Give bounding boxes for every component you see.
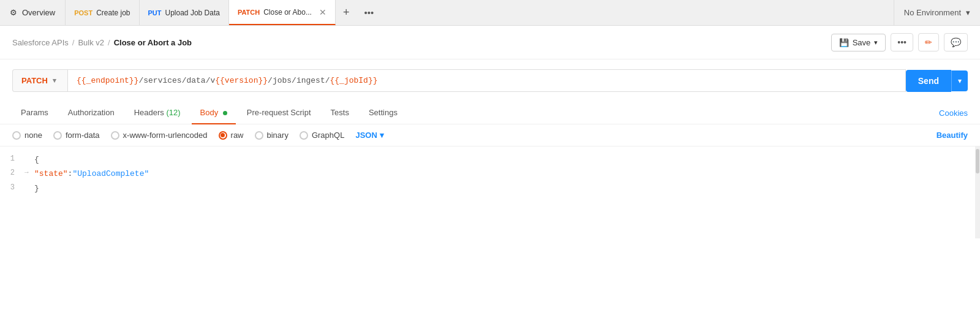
tab-pre-request[interactable]: Pre-request Script <box>238 102 320 124</box>
scrollbar-thumb <box>976 149 979 173</box>
edit-button[interactable]: ✏ <box>918 33 939 51</box>
option-raw[interactable]: raw <box>219 131 244 140</box>
tab-authorization[interactable]: Authorization <box>59 102 123 124</box>
tab-tests-label: Tests <box>331 108 349 117</box>
tab-label-create-job: Create job <box>96 9 130 17</box>
beautify-label: Beautify <box>937 131 968 140</box>
method-chevron-icon: ▾ <box>53 77 56 85</box>
title-bar: Salesforce APIs / Bulk v2 / Close or Abo… <box>0 26 980 59</box>
json-key-state: "state" <box>34 169 68 178</box>
body-options: none form-data x-www-form-urlencoded raw… <box>0 124 980 146</box>
scrollbar[interactable] <box>975 146 980 238</box>
tab-headers-label: Headers (12) <box>134 108 181 117</box>
tab-pre-request-label: Pre-request Script <box>247 108 311 117</box>
option-graphql[interactable]: GraphQL <box>300 131 344 140</box>
radio-binary <box>255 131 263 140</box>
breadcrumb: Salesforce APIs / Bulk v2 / Close or Abo… <box>12 38 831 47</box>
send-dropdown-button[interactable]: ▾ <box>951 70 968 91</box>
edit-icon: ✏ <box>925 37 932 47</box>
more-icon: ••• <box>364 7 374 18</box>
method-selector[interactable]: PATCH ▾ <box>12 69 67 92</box>
title-actions: 💾 Save ▾ ••• ✏ 💬 <box>831 33 968 51</box>
option-binary[interactable]: binary <box>255 131 288 140</box>
radio-urlencoded <box>111 131 119 140</box>
radio-raw <box>219 131 227 140</box>
tab-authorization-label: Authorization <box>68 108 115 117</box>
tab-params[interactable]: Params <box>12 102 57 124</box>
line-num-1: 1 <box>0 153 24 166</box>
tab-more-button[interactable]: ••• <box>356 0 381 25</box>
option-urlencoded[interactable]: x-www-form-urlencoded <box>111 131 208 140</box>
line-content-1: { <box>34 153 39 167</box>
body-active-dot <box>223 111 227 115</box>
tab-upload-job-data[interactable]: PUT Upload Job Data <box>140 0 229 25</box>
line-num-3: 3 <box>0 181 24 195</box>
comment-button[interactable]: 💬 <box>944 33 968 51</box>
tab-tests[interactable]: Tests <box>322 102 358 124</box>
line-content-2: "state":"UploadComplete" <box>34 167 149 181</box>
url-plain-2: /jobs/ingest/ <box>268 76 330 85</box>
tab-label-close-abort: Close or Abo... <box>263 8 312 17</box>
title-more-icon: ••• <box>897 37 907 47</box>
save-button[interactable]: 💾 Save ▾ <box>831 34 886 51</box>
tab-body[interactable]: Body <box>192 102 236 124</box>
tab-close-icon[interactable]: ✕ <box>319 7 326 17</box>
tab-method-post: POST <box>74 9 92 17</box>
title-more-button[interactable]: ••• <box>891 33 913 51</box>
option-none-label: none <box>24 131 42 140</box>
method-value: PATCH <box>21 76 48 85</box>
breadcrumb-current: Close or Abort a Job <box>114 38 192 47</box>
line-num-2: 2 <box>0 167 24 180</box>
overview-icon: ⚙ <box>10 8 17 17</box>
url-var-jobid: {{_jobId}} <box>330 76 378 85</box>
request-tabs: Params Authorization Headers (12) Body P… <box>0 102 980 124</box>
option-binary-label: binary <box>267 131 288 140</box>
option-form-data[interactable]: form-data <box>53 131 100 140</box>
save-label: Save <box>853 38 871 47</box>
code-editor-wrapper: 1 { 2 → "state":"UploadComplete" 3 } <box>0 146 980 238</box>
tab-close-abort[interactable]: PATCH Close or Abo... ✕ <box>229 0 336 25</box>
option-urlencoded-label: x-www-form-urlencoded <box>123 131 208 140</box>
overview-label: Overview <box>22 8 55 17</box>
url-bar: PATCH ▾ {{_endpoint}}/services/data/v{{v… <box>0 59 980 102</box>
tab-body-label: Body <box>200 108 219 117</box>
tab-overview[interactable]: ⚙ Overview <box>0 0 66 25</box>
tab-add-button[interactable]: + <box>336 0 357 25</box>
save-arrow-icon: ▾ <box>874 39 878 47</box>
env-chevron-icon: ▾ <box>966 8 970 17</box>
beautify-button[interactable]: Beautify <box>937 131 968 140</box>
tab-method-put: PUT <box>148 9 162 17</box>
send-button[interactable]: Send <box>906 70 951 92</box>
tab-create-job[interactable]: POST Create job <box>66 0 139 25</box>
tab-settings[interactable]: Settings <box>360 102 406 124</box>
option-graphql-label: GraphQL <box>312 131 344 140</box>
save-disk-icon: 💾 <box>839 38 849 47</box>
add-icon: + <box>343 6 350 19</box>
env-label: No Environment <box>904 8 961 17</box>
tab-settings-label: Settings <box>369 108 398 117</box>
code-line-3: 3 } <box>0 181 979 196</box>
code-line-1: 1 { <box>0 153 979 167</box>
cookies-link[interactable]: Cookies <box>939 108 968 118</box>
code-editor[interactable]: 1 { 2 → "state":"UploadComplete" 3 } <box>0 146 980 238</box>
json-type-selector[interactable]: JSON ▾ <box>355 131 383 140</box>
url-var-endpoint: {{_endpoint}} <box>77 76 138 85</box>
radio-form-data <box>53 131 62 140</box>
code-line-2: 2 → "state":"UploadComplete" <box>0 167 979 181</box>
breadcrumb-sep2: / <box>108 38 110 47</box>
line-arrow-2: → <box>24 167 34 179</box>
tab-headers[interactable]: Headers (12) <box>126 102 189 124</box>
breadcrumb-salesforce: Salesforce APIs <box>12 38 69 47</box>
tab-params-label: Params <box>21 108 48 117</box>
send-button-group: Send ▾ <box>906 70 968 92</box>
breadcrumb-bulk: Bulk v2 <box>78 38 104 47</box>
url-input[interactable]: {{_endpoint}}/services/data/v{{version}}… <box>67 69 906 92</box>
radio-none <box>12 131 21 140</box>
url-var-version: {{version}} <box>215 76 268 85</box>
environment-selector[interactable]: No Environment ▾ <box>894 0 980 25</box>
tab-method-patch: PATCH <box>238 9 260 16</box>
option-raw-label: raw <box>231 131 244 140</box>
option-none[interactable]: none <box>12 131 42 140</box>
json-value-state: "UploadComplete" <box>72 169 149 178</box>
json-type-label: JSON <box>355 131 377 140</box>
